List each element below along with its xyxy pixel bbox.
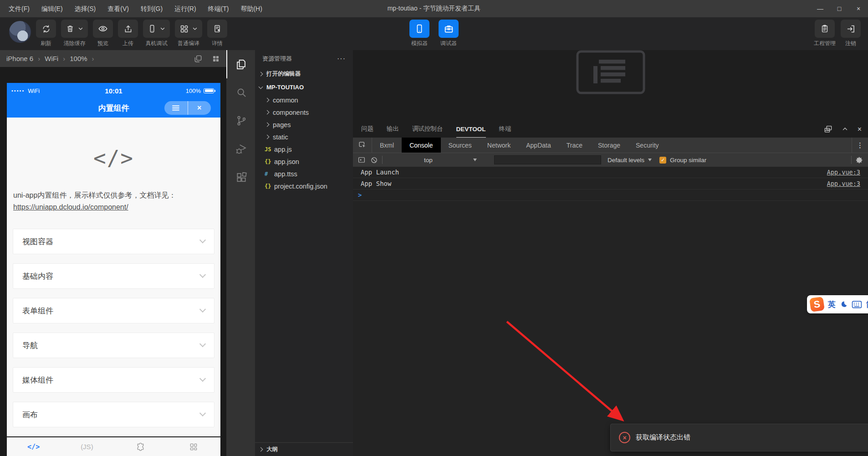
details-button[interactable]: 详情 bbox=[207, 20, 227, 47]
menu-goto[interactable]: 转到(G) bbox=[135, 0, 168, 17]
device-debug-button[interactable]: 真机调试 bbox=[143, 20, 170, 47]
close-button[interactable]: × bbox=[849, 0, 868, 17]
devtools-tab-bxml[interactable]: Bxml bbox=[372, 138, 402, 153]
tab-output[interactable]: 输出 bbox=[387, 121, 399, 138]
devtools-tab-sources[interactable]: Sources bbox=[441, 138, 480, 153]
upload-button[interactable]: 上传 bbox=[118, 20, 138, 47]
activity-extensions[interactable] bbox=[226, 163, 255, 191]
menu-edit[interactable]: 编辑(E) bbox=[36, 0, 69, 17]
more-actions-icon[interactable]: ··· bbox=[337, 55, 346, 63]
devtools-tab-network[interactable]: Network bbox=[480, 138, 518, 153]
console-settings-gear-icon[interactable] bbox=[856, 156, 863, 164]
devtools-tab-security[interactable]: Security bbox=[628, 138, 667, 153]
folder-common[interactable]: common bbox=[255, 94, 353, 106]
page-title: 内置组件 bbox=[98, 103, 129, 113]
project-root[interactable]: MP-TOUTIAO bbox=[255, 81, 353, 94]
file-app-json[interactable]: {} app.json bbox=[255, 155, 353, 168]
grid-layout-icon[interactable] bbox=[212, 55, 220, 63]
panel-close-icon[interactable]: × bbox=[858, 125, 862, 133]
project-manage-button[interactable]: 工程管理 bbox=[814, 20, 836, 47]
activity-source-control[interactable] bbox=[226, 107, 255, 135]
clear-cache-button[interactable]: 清除缓存 bbox=[61, 20, 88, 47]
inspect-element-icon[interactable] bbox=[353, 138, 372, 153]
maximize-button[interactable]: □ bbox=[830, 0, 849, 17]
folder-components[interactable]: components bbox=[255, 106, 353, 118]
chevron-up-icon[interactable] bbox=[842, 126, 848, 133]
console-filter-input[interactable] bbox=[494, 155, 601, 164]
folder-pages[interactable]: pages bbox=[255, 118, 353, 131]
file-project-config[interactable]: {} project.config.json bbox=[255, 180, 353, 192]
console-log-row[interactable]: App Launch App.vue:3 bbox=[353, 167, 868, 178]
devtools-tab-appdata[interactable]: AppData bbox=[518, 138, 558, 153]
menu-selection[interactable]: 选择(S) bbox=[69, 0, 102, 17]
menu-file[interactable]: 文件(F) bbox=[3, 0, 36, 17]
menu-view[interactable]: 查看(V) bbox=[102, 0, 135, 17]
capsule-menu-icon[interactable] bbox=[164, 101, 188, 115]
stacked-windows-icon[interactable] bbox=[194, 54, 203, 63]
preview-button[interactable]: 预览 bbox=[93, 20, 113, 47]
menu-help[interactable]: 帮助(H) bbox=[235, 0, 268, 17]
tab-plugin[interactable] bbox=[114, 437, 167, 456]
accordion-item-navigation[interactable]: 导航 bbox=[13, 333, 214, 358]
device-selector[interactable]: iPhone 6 bbox=[6, 55, 33, 62]
panel-layout-icon[interactable] bbox=[824, 125, 832, 133]
open-editors-section[interactable]: 打开的编辑器 bbox=[255, 67, 353, 81]
devtools-tab-trace[interactable]: Trace bbox=[559, 138, 590, 153]
group-similar-checkbox[interactable]: ✓ bbox=[659, 157, 666, 164]
console-clear-icon[interactable] bbox=[370, 156, 378, 164]
tab-terminal[interactable]: 终端 bbox=[499, 121, 511, 138]
user-avatar[interactable] bbox=[9, 21, 31, 43]
accordion-item-canvas[interactable]: 画布 bbox=[13, 402, 214, 427]
sogou-logo-icon[interactable]: S bbox=[809, 297, 825, 312]
console-output: App Launch App.vue:3 App Show App.vue:3 … bbox=[353, 167, 868, 201]
ime-language-toggle[interactable]: 英 bbox=[828, 299, 836, 310]
phone-icon bbox=[148, 24, 157, 33]
tab-js[interactable]: (JS) bbox=[60, 437, 113, 456]
console-prompt[interactable]: > bbox=[353, 190, 868, 201]
tab-devtool[interactable]: DEVTOOL bbox=[456, 121, 486, 138]
outline-section[interactable]: 大纲 bbox=[255, 442, 353, 456]
code-glyph: </> bbox=[7, 146, 220, 170]
ime-toolbar: S 英 简 bbox=[807, 295, 868, 313]
tab-debug-console[interactable]: 调试控制台 bbox=[412, 121, 443, 138]
devtools-tab-console[interactable]: Console bbox=[402, 138, 440, 153]
console-log-row[interactable]: App Show App.vue:3 bbox=[353, 178, 868, 190]
capsule-close-icon[interactable]: × bbox=[188, 101, 211, 115]
debugger-toggle-button[interactable]: 调试器 bbox=[439, 20, 459, 47]
tab-problems[interactable]: 问题 bbox=[361, 121, 373, 138]
chevron-right-icon: › bbox=[38, 55, 40, 62]
accordion-item-basic-content[interactable]: 基础内容 bbox=[13, 263, 214, 289]
console-levels-dropdown[interactable]: Default levels bbox=[608, 157, 652, 164]
ime-simplified-toggle[interactable]: 简 bbox=[866, 299, 868, 310]
accordion-item-media[interactable]: 媒体组件 bbox=[13, 367, 214, 393]
activity-search[interactable] bbox=[226, 78, 255, 107]
zoom-selector[interactable]: 100% bbox=[70, 55, 87, 62]
file-app-js[interactable]: JS app.js bbox=[255, 143, 353, 155]
source-link[interactable]: App.vue:3 bbox=[827, 180, 860, 187]
logout-button[interactable]: 注销 bbox=[841, 20, 861, 47]
activity-run-debug[interactable] bbox=[226, 135, 255, 163]
minimize-button[interactable]: — bbox=[811, 0, 830, 17]
source-link[interactable]: App.vue:3 bbox=[827, 169, 860, 176]
menu-run[interactable]: 运行(R) bbox=[168, 0, 202, 17]
activity-bar bbox=[226, 50, 255, 456]
keyboard-icon[interactable] bbox=[852, 301, 862, 308]
network-selector[interactable]: WiFi bbox=[45, 55, 58, 62]
console-context-dropdown[interactable]: top bbox=[412, 157, 480, 164]
devtools-tab-storage[interactable]: Storage bbox=[590, 138, 628, 153]
devtools-more-icon[interactable]: ⋮ bbox=[852, 138, 868, 153]
menu-terminal[interactable]: 终端(T) bbox=[202, 0, 235, 17]
accordion-item-view-container[interactable]: 视图容器 bbox=[13, 229, 214, 254]
refresh-button[interactable]: 刷新 bbox=[36, 20, 56, 47]
compile-button[interactable]: 普通编译 bbox=[175, 20, 202, 47]
moon-icon[interactable] bbox=[840, 301, 848, 308]
folder-static[interactable]: static bbox=[255, 131, 353, 143]
tab-template[interactable]: </> bbox=[7, 437, 60, 456]
activity-explorer[interactable] bbox=[226, 50, 255, 78]
simulator-toggle-button[interactable]: 模拟器 bbox=[409, 20, 429, 47]
accordion-item-form[interactable]: 表单组件 bbox=[13, 298, 214, 323]
console-sidebar-toggle-icon[interactable] bbox=[357, 156, 366, 164]
tab-grid[interactable] bbox=[167, 437, 220, 456]
doc-link[interactable]: https://uniapp.dcloud.io/component/ bbox=[13, 203, 128, 211]
file-app-ttss[interactable]: # app.ttss bbox=[255, 168, 353, 180]
